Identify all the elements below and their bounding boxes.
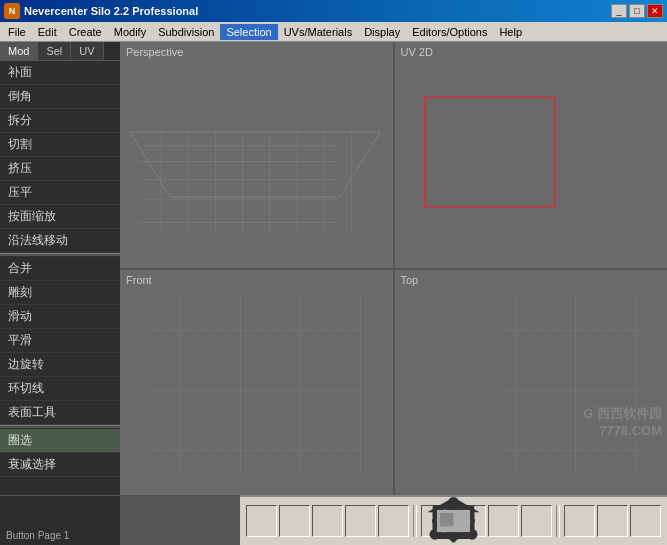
viewport-uv2d[interactable]: UV 2D (395, 42, 668, 268)
viewport-top-label: Top (401, 274, 419, 286)
uv2d-background (395, 42, 668, 268)
viewport-top[interactable]: Top G 西西软件园 7778.COM (395, 270, 668, 496)
sidebar-item-daojiao[interactable]: 倒角 (0, 85, 120, 109)
viewport-front[interactable]: Front (120, 270, 393, 496)
svg-rect-22 (504, 292, 640, 472)
sidebar-item-biaomian[interactable]: 表面工具 (0, 401, 120, 425)
menu-display[interactable]: Display (358, 24, 406, 40)
sidebar-tab-sel[interactable]: Sel (38, 42, 71, 60)
title-controls: _ □ ✕ (611, 4, 663, 18)
menu-modify[interactable]: Modify (108, 24, 152, 40)
top-grid (395, 270, 668, 496)
svg-rect-19 (147, 292, 365, 472)
sidebar-item-yaping[interactable]: 压平 (0, 181, 120, 205)
sidebar-item-bian-xuanzhuan[interactable]: 边旋转 (0, 353, 120, 377)
svg-rect-15 (395, 42, 668, 268)
sidebar: Mod Sel UV 补面 倒角 拆分 切割 挤压 压平 按面缩放 沿法线移动 … (0, 42, 120, 545)
perspective-grid (120, 42, 393, 268)
sidebar-item-pinghua[interactable]: 平滑 (0, 329, 120, 353)
minimize-button[interactable]: _ (611, 4, 627, 18)
app-icon: N (4, 3, 20, 19)
sidebar-tab-mod[interactable]: Mod (0, 42, 38, 60)
lasso-select-button[interactable] (630, 505, 661, 537)
menu-editors-options[interactable]: Editors/Options (406, 24, 493, 40)
viewports: Perspective (120, 42, 667, 545)
svg-rect-56 (435, 508, 472, 535)
sidebar-item-chafen[interactable]: 拆分 (0, 109, 120, 133)
title-text: N Nevercenter Silo 2.2 Professional (4, 3, 198, 19)
bottom-toolbar (240, 495, 667, 545)
status-text: Button Page 1 (6, 530, 69, 541)
sidebar-item-jiyu[interactable]: 挤压 (0, 157, 120, 181)
lasso-icon (240, 497, 667, 545)
sidebar-item-anmian[interactable]: 按面缩放 (0, 205, 120, 229)
sidebar-item-diaoke[interactable]: 雕刻 (0, 281, 120, 305)
sidebar-tabs: Mod Sel UV (0, 42, 120, 61)
sidebar-tab-uv[interactable]: UV (71, 42, 103, 60)
viewport-front-label: Front (126, 274, 152, 286)
sidebar-item-shuaijian[interactable]: 衰减选择 (0, 453, 120, 477)
menu-subdivision[interactable]: Subdivision (152, 24, 220, 40)
viewport-perspective[interactable]: Perspective (120, 42, 393, 268)
sidebar-item-hebing[interactable]: 合并 (0, 257, 120, 281)
menu-uvs-materials[interactable]: UVs/Materials (278, 24, 358, 40)
menu-help[interactable]: Help (493, 24, 528, 40)
viewport-perspective-label: Perspective (126, 46, 183, 58)
maximize-button[interactable]: □ (629, 4, 645, 18)
sidebar-item-quan-xuan[interactable]: 圈选 (0, 429, 120, 453)
sidebar-item-yanfaxian[interactable]: 沿法线移动 (0, 229, 120, 253)
menu-bar: File Edit Create Modify Subdivision Sele… (0, 22, 667, 42)
app-title: Nevercenter Silo 2.2 Professional (24, 5, 198, 17)
menu-create[interactable]: Create (63, 24, 108, 40)
sidebar-item-huan-qiexian[interactable]: 环切线 (0, 377, 120, 401)
front-grid (120, 270, 393, 496)
menu-file[interactable]: File (2, 24, 32, 40)
sidebar-item-qiege[interactable]: 切割 (0, 133, 120, 157)
menu-selection[interactable]: Selection (220, 24, 277, 40)
sidebar-item-huadong[interactable]: 滑动 (0, 305, 120, 329)
sidebar-items: 补面 倒角 拆分 切割 挤压 压平 按面缩放 沿法线移动 合并 雕刻 滑动 平滑… (0, 61, 120, 545)
menu-edit[interactable]: Edit (32, 24, 63, 40)
sidebar-item-bumin[interactable]: 补面 (0, 61, 120, 85)
main-area: Mod Sel UV 补面 倒角 拆分 切割 挤压 压平 按面缩放 沿法线移动 … (0, 42, 667, 545)
status-bar: Button Page 1 (0, 495, 120, 545)
title-bar: N Nevercenter Silo 2.2 Professional _ □ … (0, 0, 667, 22)
viewport-uv2d-label: UV 2D (401, 46, 433, 58)
close-button[interactable]: ✕ (647, 4, 663, 18)
